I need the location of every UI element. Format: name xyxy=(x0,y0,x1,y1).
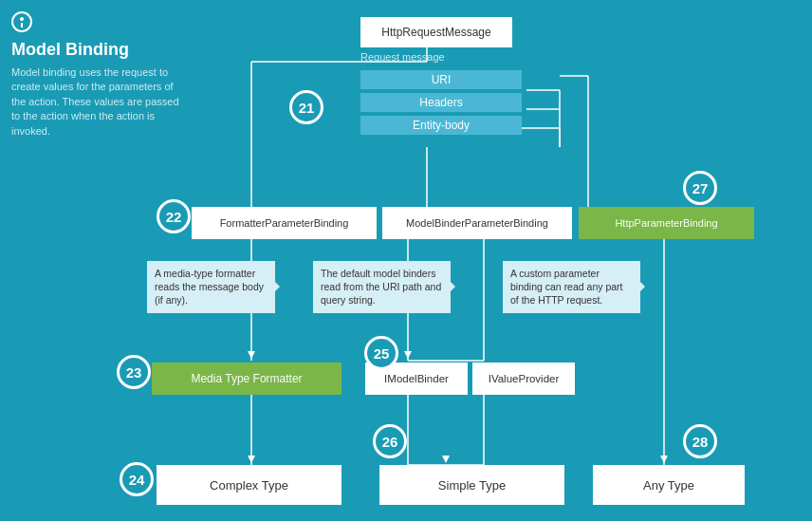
svg-marker-27 xyxy=(248,456,255,463)
svg-point-0 xyxy=(12,12,31,31)
http-request-message-box: HttpRequestMessage xyxy=(360,17,512,47)
page-title: Model Binding xyxy=(11,40,187,60)
svg-point-1 xyxy=(20,17,24,21)
badge-24: 24 xyxy=(120,462,154,496)
tooltip-http-param: A custom parameter binding can read any … xyxy=(503,261,640,313)
badge-28: 28 xyxy=(683,424,717,458)
ivalue-provider-box: IValueProvider xyxy=(472,363,575,395)
page-description: Model binding uses the request to create… xyxy=(11,65,187,139)
svg-marker-30 xyxy=(660,456,668,463)
badge-25: 25 xyxy=(364,336,398,370)
left-panel: Model Binding Model binding uses the req… xyxy=(11,11,187,139)
tooltip-model-binder: The default model binders read from the … xyxy=(313,261,451,313)
simple-type-box: Simple Type xyxy=(379,465,564,505)
entity-body-bar: Entity-body xyxy=(360,116,522,135)
svg-marker-26 xyxy=(248,351,255,359)
badge-23: 23 xyxy=(117,355,151,389)
request-message-label: Request message xyxy=(360,51,445,63)
badge-27: 27 xyxy=(683,171,717,205)
uri-bar: URI xyxy=(360,70,522,89)
media-type-formatter-box: Media Type Formatter xyxy=(152,363,341,395)
model-binder-binding-box: ModelBinderParameterBinding xyxy=(382,207,572,239)
http-param-binding-box: HttpParameterBinding xyxy=(579,207,754,239)
svg-marker-29 xyxy=(442,456,450,463)
tooltip-formatter: A media-type formatter reads the message… xyxy=(147,261,275,313)
badge-22: 22 xyxy=(157,199,191,233)
formatter-param-binding-box: FormatterParameterBinding xyxy=(192,207,377,239)
badge-26: 26 xyxy=(373,424,407,458)
any-type-box: Any Type xyxy=(593,465,745,505)
badge-21: 21 xyxy=(289,90,323,124)
complex-type-box: Complex Type xyxy=(157,465,341,505)
headers-bar: Headers xyxy=(360,93,522,112)
svg-marker-28 xyxy=(404,351,412,359)
logo-icon xyxy=(11,11,32,32)
